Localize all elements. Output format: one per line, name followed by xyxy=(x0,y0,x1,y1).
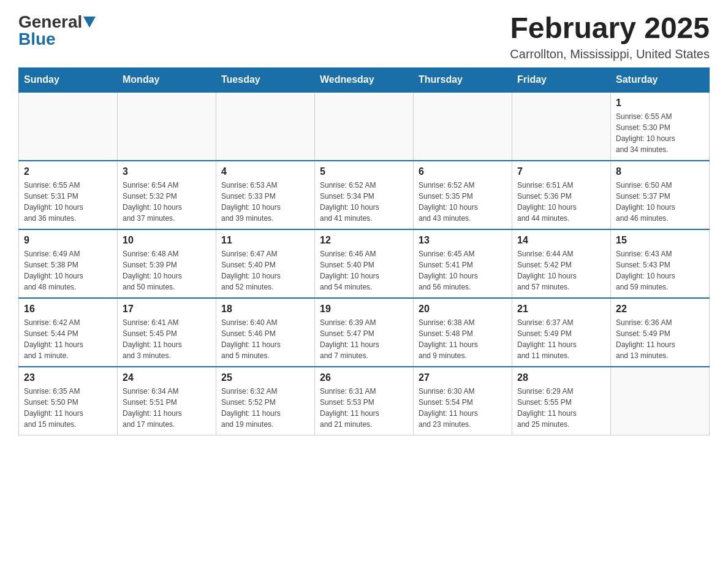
calendar-cell: 22Sunrise: 6:36 AM Sunset: 5:49 PM Dayli… xyxy=(611,298,710,367)
week-row-3: 9Sunrise: 6:49 AM Sunset: 5:38 PM Daylig… xyxy=(19,229,710,298)
calendar-cell xyxy=(611,367,710,435)
day-number: 12 xyxy=(320,235,408,246)
day-info: Sunrise: 6:52 AM Sunset: 5:34 PM Dayligh… xyxy=(320,180,408,224)
day-number: 23 xyxy=(24,372,112,383)
day-info: Sunrise: 6:49 AM Sunset: 5:38 PM Dayligh… xyxy=(24,248,112,293)
week-row-1: 1Sunrise: 6:55 AM Sunset: 5:30 PM Daylig… xyxy=(19,92,710,161)
day-info: Sunrise: 6:42 AM Sunset: 5:44 PM Dayligh… xyxy=(24,317,112,361)
calendar-cell: 19Sunrise: 6:39 AM Sunset: 5:47 PM Dayli… xyxy=(315,298,414,367)
calendar-cell: 5Sunrise: 6:52 AM Sunset: 5:34 PM Daylig… xyxy=(315,161,414,229)
page-header: General Blue February 2025 Carrollton, M… xyxy=(18,12,710,61)
day-info: Sunrise: 6:54 AM Sunset: 5:32 PM Dayligh… xyxy=(123,180,211,224)
day-info: Sunrise: 6:31 AM Sunset: 5:53 PM Dayligh… xyxy=(320,386,408,430)
calendar-cell: 28Sunrise: 6:29 AM Sunset: 5:55 PM Dayli… xyxy=(512,367,611,435)
calendar-cell xyxy=(414,92,512,161)
calendar-cell: 8Sunrise: 6:50 AM Sunset: 5:37 PM Daylig… xyxy=(611,161,710,229)
day-info: Sunrise: 6:43 AM Sunset: 5:43 PM Dayligh… xyxy=(616,248,704,293)
day-number: 25 xyxy=(221,372,309,383)
calendar-cell: 2Sunrise: 6:55 AM Sunset: 5:31 PM Daylig… xyxy=(19,161,118,229)
day-number: 20 xyxy=(419,304,507,315)
day-info: Sunrise: 6:44 AM Sunset: 5:42 PM Dayligh… xyxy=(517,248,605,293)
day-number: 15 xyxy=(616,235,704,246)
calendar-cell: 11Sunrise: 6:47 AM Sunset: 5:40 PM Dayli… xyxy=(216,229,315,298)
col-saturday: Saturday xyxy=(611,67,710,92)
day-info: Sunrise: 6:53 AM Sunset: 5:33 PM Dayligh… xyxy=(221,180,309,224)
day-info: Sunrise: 6:40 AM Sunset: 5:46 PM Dayligh… xyxy=(221,317,309,361)
day-info: Sunrise: 6:47 AM Sunset: 5:40 PM Dayligh… xyxy=(221,248,309,293)
calendar-cell: 7Sunrise: 6:51 AM Sunset: 5:36 PM Daylig… xyxy=(512,161,611,229)
calendar-cell: 6Sunrise: 6:52 AM Sunset: 5:35 PM Daylig… xyxy=(414,161,512,229)
day-number: 8 xyxy=(616,166,704,177)
day-number: 26 xyxy=(320,372,408,383)
calendar-cell: 16Sunrise: 6:42 AM Sunset: 5:44 PM Dayli… xyxy=(19,298,118,367)
day-info: Sunrise: 6:55 AM Sunset: 5:30 PM Dayligh… xyxy=(616,111,704,155)
title-section: February 2025 Carrollton, Mississippi, U… xyxy=(510,12,710,61)
week-row-4: 16Sunrise: 6:42 AM Sunset: 5:44 PM Dayli… xyxy=(19,298,710,367)
calendar-cell xyxy=(512,92,611,161)
day-number: 9 xyxy=(24,235,112,246)
calendar-cell: 26Sunrise: 6:31 AM Sunset: 5:53 PM Dayli… xyxy=(315,367,414,435)
col-tuesday: Tuesday xyxy=(216,67,315,92)
calendar-cell: 4Sunrise: 6:53 AM Sunset: 5:33 PM Daylig… xyxy=(216,161,315,229)
col-thursday: Thursday xyxy=(414,67,512,92)
calendar-cell: 10Sunrise: 6:48 AM Sunset: 5:39 PM Dayli… xyxy=(118,229,216,298)
calendar-cell: 20Sunrise: 6:38 AM Sunset: 5:48 PM Dayli… xyxy=(414,298,512,367)
calendar-cell xyxy=(19,92,118,161)
day-info: Sunrise: 6:34 AM Sunset: 5:51 PM Dayligh… xyxy=(123,386,211,430)
calendar-cell: 15Sunrise: 6:43 AM Sunset: 5:43 PM Dayli… xyxy=(611,229,710,298)
day-info: Sunrise: 6:45 AM Sunset: 5:41 PM Dayligh… xyxy=(419,248,507,293)
day-info: Sunrise: 6:48 AM Sunset: 5:39 PM Dayligh… xyxy=(123,248,211,293)
day-number: 19 xyxy=(320,304,408,315)
calendar-cell: 9Sunrise: 6:49 AM Sunset: 5:38 PM Daylig… xyxy=(19,229,118,298)
day-number: 21 xyxy=(517,304,605,315)
day-number: 4 xyxy=(221,166,309,177)
day-number: 24 xyxy=(123,372,211,383)
col-wednesday: Wednesday xyxy=(315,67,414,92)
day-info: Sunrise: 6:32 AM Sunset: 5:52 PM Dayligh… xyxy=(221,386,309,430)
day-info: Sunrise: 6:36 AM Sunset: 5:49 PM Dayligh… xyxy=(616,317,704,361)
day-info: Sunrise: 6:46 AM Sunset: 5:40 PM Dayligh… xyxy=(320,248,408,293)
day-number: 28 xyxy=(517,372,605,383)
day-number: 6 xyxy=(419,166,507,177)
calendar-cell: 17Sunrise: 6:41 AM Sunset: 5:45 PM Dayli… xyxy=(118,298,216,367)
col-monday: Monday xyxy=(118,67,216,92)
calendar-cell: 27Sunrise: 6:30 AM Sunset: 5:54 PM Dayli… xyxy=(414,367,512,435)
day-number: 14 xyxy=(517,235,605,246)
day-info: Sunrise: 6:30 AM Sunset: 5:54 PM Dayligh… xyxy=(419,386,507,430)
month-title: February 2025 xyxy=(510,12,710,45)
col-friday: Friday xyxy=(512,67,611,92)
calendar-header-row: Sunday Monday Tuesday Wednesday Thursday… xyxy=(19,67,710,92)
logo-blue-text: Blue xyxy=(18,29,96,49)
calendar-cell: 21Sunrise: 6:37 AM Sunset: 5:49 PM Dayli… xyxy=(512,298,611,367)
calendar-cell: 24Sunrise: 6:34 AM Sunset: 5:51 PM Dayli… xyxy=(118,367,216,435)
day-number: 11 xyxy=(221,235,309,246)
day-info: Sunrise: 6:35 AM Sunset: 5:50 PM Dayligh… xyxy=(24,386,112,430)
week-row-5: 23Sunrise: 6:35 AM Sunset: 5:50 PM Dayli… xyxy=(19,367,710,435)
day-info: Sunrise: 6:55 AM Sunset: 5:31 PM Dayligh… xyxy=(24,180,112,224)
location-subtitle: Carrollton, Mississippi, United States xyxy=(510,47,710,61)
logo-arrow-icon xyxy=(83,17,96,29)
calendar-cell: 14Sunrise: 6:44 AM Sunset: 5:42 PM Dayli… xyxy=(512,229,611,298)
day-number: 22 xyxy=(616,304,704,315)
calendar-cell: 18Sunrise: 6:40 AM Sunset: 5:46 PM Dayli… xyxy=(216,298,315,367)
calendar-cell xyxy=(118,92,216,161)
day-number: 16 xyxy=(24,304,112,315)
calendar-cell: 23Sunrise: 6:35 AM Sunset: 5:50 PM Dayli… xyxy=(19,367,118,435)
day-info: Sunrise: 6:52 AM Sunset: 5:35 PM Dayligh… xyxy=(419,180,507,224)
day-number: 3 xyxy=(123,166,211,177)
calendar-cell: 12Sunrise: 6:46 AM Sunset: 5:40 PM Dayli… xyxy=(315,229,414,298)
calendar-cell xyxy=(315,92,414,161)
col-sunday: Sunday xyxy=(19,67,118,92)
day-number: 2 xyxy=(24,166,112,177)
calendar-cell: 25Sunrise: 6:32 AM Sunset: 5:52 PM Dayli… xyxy=(216,367,315,435)
calendar-cell: 13Sunrise: 6:45 AM Sunset: 5:41 PM Dayli… xyxy=(414,229,512,298)
day-info: Sunrise: 6:39 AM Sunset: 5:47 PM Dayligh… xyxy=(320,317,408,361)
logo: General Blue xyxy=(18,12,96,49)
week-row-2: 2Sunrise: 6:55 AM Sunset: 5:31 PM Daylig… xyxy=(19,161,710,229)
day-number: 5 xyxy=(320,166,408,177)
day-info: Sunrise: 6:37 AM Sunset: 5:49 PM Dayligh… xyxy=(517,317,605,361)
day-info: Sunrise: 6:38 AM Sunset: 5:48 PM Dayligh… xyxy=(419,317,507,361)
day-info: Sunrise: 6:29 AM Sunset: 5:55 PM Dayligh… xyxy=(517,386,605,430)
day-number: 7 xyxy=(517,166,605,177)
calendar-cell: 3Sunrise: 6:54 AM Sunset: 5:32 PM Daylig… xyxy=(118,161,216,229)
